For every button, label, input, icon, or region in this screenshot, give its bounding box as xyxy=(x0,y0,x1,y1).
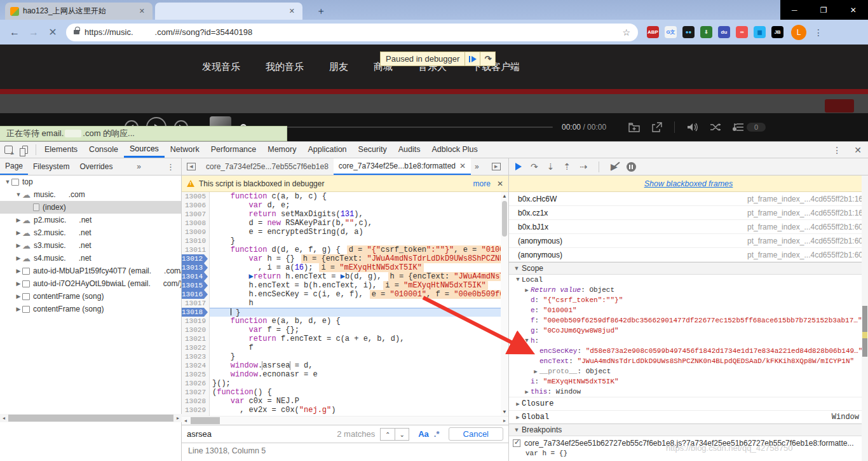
close-icon[interactable]: ✕ xyxy=(850,6,857,15)
browser-tab-current[interactable]: ✕ xyxy=(155,3,302,20)
panel-tab-network[interactable]: Network xyxy=(165,142,205,158)
navigator-tab-filesystem[interactable]: Filesystem xyxy=(28,158,74,175)
more-link[interactable]: more xyxy=(473,179,491,188)
scrollbar-thumb[interactable] xyxy=(191,417,220,424)
line-number[interactable]: 13010 xyxy=(182,237,210,245)
new-tab-button[interactable]: ＋ xyxy=(313,5,329,17)
panel-tab-security[interactable]: Security xyxy=(353,142,393,158)
tree-item[interactable]: ▶☁s4.music. .net xyxy=(0,252,181,265)
address-bar[interactable]: https://music. .com/#/song?id=35440198 ☆ xyxy=(66,24,638,41)
step-over-button[interactable]: ↷ xyxy=(531,162,538,172)
next-match-button[interactable]: ⌄ xyxy=(395,429,409,440)
step-into-button[interactable]: ⇣ xyxy=(547,162,555,172)
tree-item[interactable]: ▶contentFrame (song) xyxy=(0,303,181,315)
line-number[interactable]: 13023 xyxy=(182,352,210,361)
code-line-13023[interactable]: 13023 } xyxy=(182,352,508,361)
devtools-close-icon[interactable]: ✕ xyxy=(848,145,868,155)
stop-button[interactable]: ✕ xyxy=(43,26,62,38)
tab-close-icon[interactable]: ✕ xyxy=(459,158,466,174)
stack-frame[interactable]: b0x.bJ1xpt_frame_index_...4cd655ff2b1:60 xyxy=(509,220,868,234)
code-line-13028[interactable]: 13028 var c0x = NEJ.P xyxy=(182,397,508,406)
line-number[interactable]: 13026 xyxy=(182,379,210,388)
code-line-13020[interactable]: 13020 var f = {}; xyxy=(182,326,508,334)
code-line-13029[interactable]: 13029 , ev2x = c0x("nej.g") xyxy=(182,406,508,415)
line-number[interactable]: 13011 xyxy=(182,245,210,254)
tree-item[interactable]: ▶☁s2.music. .net xyxy=(0,226,181,239)
hide-navigator-icon[interactable]: ◀ xyxy=(187,163,196,170)
code-line-13008[interactable]: 13008 d = new RSAKeyPair(b,"",c), xyxy=(182,219,508,228)
code-line-13021[interactable]: 13021 return f.encText = c(a + e, b, d), xyxy=(182,334,508,343)
line-number[interactable]: 13007 xyxy=(182,210,210,219)
breakpoint-flag[interactable]: 13016 xyxy=(182,290,210,299)
line-number[interactable]: 13005 xyxy=(182,192,210,201)
code-line-13012[interactable]: 13012 var h = {}h = {encText: "JWuA4mdNs… xyxy=(182,254,508,263)
editor-hscrollbar[interactable]: ◂ ▸ xyxy=(182,416,508,425)
code-line-13013[interactable]: 13013 , i = a(16);i = "mEXyqHtNW5dxT5IK" xyxy=(182,263,508,272)
baidu-extension-icon[interactable]: du xyxy=(718,26,730,38)
line-number[interactable]: 13006 xyxy=(182,201,210,210)
tree-item[interactable]: ▼top xyxy=(0,175,181,188)
code-line-13027[interactable]: 13027(function() { xyxy=(182,388,508,397)
code-line-13007[interactable]: 13007 return setMaxDigits(131), xyxy=(182,210,508,219)
code-line-13017[interactable]: 13017 h xyxy=(182,299,508,308)
scope-row-local[interactable]: ▼Local xyxy=(509,275,868,285)
line-number[interactable]: 13008 xyxy=(182,219,210,228)
playlist-icon[interactable] xyxy=(733,122,744,132)
profile-avatar[interactable]: L xyxy=(791,25,806,40)
step-over-button[interactable]: ↷ xyxy=(480,52,495,65)
line-number[interactable]: 13028 xyxy=(182,397,210,406)
scroll-up-icon[interactable]: ▲ xyxy=(501,193,508,199)
scope-row-closure[interactable]: ▶Closure xyxy=(509,397,868,410)
queue-count-badge[interactable]: 0 xyxy=(747,123,766,132)
browser-menu-icon[interactable]: ⋮ xyxy=(814,27,823,38)
tree-item[interactable]: ▶auto-id-MbUaP1t59fcy40T7 (email. .com/ xyxy=(0,265,181,277)
code-line-13016[interactable]: 13016 h.encSecKey = c(i, e, f),e = "0100… xyxy=(182,290,508,299)
code-line-13025[interactable]: 13025 window.ecnonasr = e xyxy=(182,370,508,379)
restore-icon[interactable]: ❐ xyxy=(820,6,827,15)
code-line-13015[interactable]: 13015 h.encText = b(h.encText, i),i = "m… xyxy=(182,281,508,290)
code-line-13030[interactable]: 13030 xyxy=(182,415,508,416)
scroll-right-icon[interactable]: ▸ xyxy=(174,415,182,421)
panel-tab-audits[interactable]: Audits xyxy=(393,142,426,158)
scrollbar-thumb[interactable] xyxy=(8,415,173,422)
pause-on-exceptions-button[interactable] xyxy=(627,162,636,172)
volume-icon[interactable] xyxy=(687,122,698,132)
step-button[interactable]: ⇢ xyxy=(580,162,587,172)
scope-row-encseckey[interactable]: encSecKey: "d58e873a2e908c0599b497456f18… xyxy=(509,346,868,356)
breakpoint-flag[interactable]: 13018 xyxy=(182,308,210,317)
step-out-button[interactable]: ⇡ xyxy=(563,162,571,172)
show-panel-icon[interactable]: ▶ xyxy=(492,163,501,170)
resume-button[interactable] xyxy=(515,163,522,170)
scroll-left-icon[interactable]: ◂ xyxy=(182,418,189,423)
breakpoint-flag[interactable]: 13014 xyxy=(182,272,210,281)
breakpoint-flag[interactable]: 13015 xyxy=(182,281,210,290)
line-number[interactable]: 13021 xyxy=(182,334,210,343)
scrollbar-thumb[interactable] xyxy=(502,201,507,237)
code-line-13026[interactable]: 13026}(); xyxy=(182,379,508,388)
tab-close-icon[interactable]: ✕ xyxy=(137,6,147,17)
panel-tab-application[interactable]: Application xyxy=(302,142,352,158)
scroll-right-icon[interactable]: ▸ xyxy=(501,418,508,423)
line-number[interactable]: 13025 xyxy=(182,370,210,379)
panel-tab-sources[interactable]: Sources xyxy=(124,142,165,158)
breakpoints-section-header[interactable]: ▼ Breakpoints xyxy=(509,423,868,436)
scope-section-header[interactable]: ▼ Scope xyxy=(509,262,868,275)
scroll-left-icon[interactable]: ◂ xyxy=(0,415,8,421)
show-blackboxed-frames-link[interactable]: Show blackboxed frames xyxy=(644,179,733,188)
breakpoint-checkbox[interactable] xyxy=(513,439,520,447)
more-tabs-icon[interactable]: » xyxy=(471,162,483,171)
idm-extension-icon[interactable]: ⬇ xyxy=(700,26,712,38)
tab-close-icon[interactable]: ✕ xyxy=(287,6,297,17)
editor-tab-formatted[interactable]: core_7a734ef25e...b1e8:formatted✕ xyxy=(334,158,471,175)
back-button[interactable]: ← xyxy=(5,27,24,38)
inspect-element-icon[interactable] xyxy=(0,142,17,158)
tree-item[interactable]: ▶☁s3.music. .net xyxy=(0,239,181,252)
site-corner-widget[interactable] xyxy=(825,99,854,113)
line-number[interactable]: 13024 xyxy=(182,361,210,370)
regex-button[interactable]: .* xyxy=(434,429,440,439)
bluemail-extension-icon[interactable]: ▆ xyxy=(754,26,766,38)
deactivate-breakpoints-button[interactable]: ▶ xyxy=(611,162,618,172)
minimize-icon[interactable]: ─ xyxy=(792,6,797,15)
stack-frame[interactable]: b0x.cHc6Wpt_frame_index_...4cd655ff2b1:1… xyxy=(509,192,868,206)
previous-match-button[interactable]: ⌃ xyxy=(381,429,395,440)
